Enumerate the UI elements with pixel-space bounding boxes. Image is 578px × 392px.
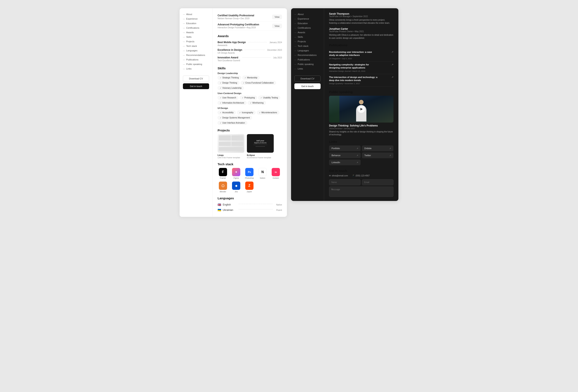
- right-sidebar-item-links[interactable]: Links: [294, 67, 321, 71]
- email-input[interactable]: [362, 179, 393, 185]
- right-sidebar-item-experience[interactable]: Experience: [294, 17, 321, 21]
- tech-icon-figma: ✦: [232, 168, 240, 176]
- download-cv-button[interactable]: Download CV: [183, 76, 209, 82]
- right-get-in-touch-button[interactable]: Get in touch: [294, 83, 321, 89]
- skill-tag: User Interface Animation: [218, 121, 247, 125]
- link-portfolio-label: Portfolio: [332, 147, 340, 150]
- cert-view-button-1[interactable]: View: [272, 15, 282, 19]
- right-sidebar-item-recommendations[interactable]: Recommendations: [294, 53, 321, 57]
- sidebar-item-links[interactable]: Links: [183, 67, 209, 71]
- pub-arrow-1[interactable]: ↗: [391, 50, 393, 53]
- play-triangle-icon: [360, 108, 363, 110]
- award-org-1: Awwwards: [218, 44, 246, 46]
- sidebar-item-awards[interactable]: Awards: [183, 31, 209, 34]
- skill-group-2-title: User-Centered Design: [218, 92, 282, 94]
- contact-phone: 📱 (555) 123-4567: [352, 174, 370, 177]
- right-sidebar-item-tech[interactable]: Tech stack: [294, 44, 321, 48]
- get-in-touch-button[interactable]: Get in touch: [183, 83, 209, 89]
- tech-item-jira: ◆ Jira: [231, 181, 241, 193]
- link-portfolio[interactable]: Portfolio ↗: [329, 145, 361, 151]
- lang-name-ukrainian: Ukrainian: [223, 209, 235, 212]
- link-dribble[interactable]: Dribble ↗: [362, 145, 393, 151]
- tech-name-photoshop: Photoshop: [245, 177, 254, 179]
- award-date-1: January 2024: [269, 41, 282, 44]
- speaking-section-title: Public speaking: [329, 90, 393, 94]
- sidebar-item-about[interactable]: About: [183, 12, 209, 16]
- name-input[interactable]: [329, 179, 361, 185]
- sidebar-item-recommendations[interactable]: Recommendations: [183, 53, 209, 57]
- contact-info: ✉ olivia@email.com 📱 (555) 123-4567: [329, 174, 393, 177]
- pub-item-1: Revolutionizing user interaction: a case…: [329, 49, 393, 61]
- tech-icon-invision: in: [272, 168, 280, 176]
- project-card-linqs[interactable]: Linqs Link in bio Framer template: [218, 134, 244, 159]
- sidebar-item-skills[interactable]: Skills: [183, 35, 209, 39]
- tech-icon-photoshop: Ps: [245, 168, 253, 176]
- skill-tag: Mentorship: [242, 76, 259, 80]
- tech-item-notion: N Notion: [257, 168, 268, 179]
- award-name-3: Innovation Award: [218, 56, 240, 59]
- pub-title-2: Navigating complexity: strategies for de…: [329, 63, 379, 70]
- link-linkedin[interactable]: LinkedIn ↗: [329, 160, 361, 165]
- skill-tag: Cross-Functional Collaboration: [241, 81, 276, 85]
- skill-tags-1: Strategic Thinking Mentorship Design Thi…: [218, 76, 282, 90]
- cert-title-2: Advanced Prototyping Certification: [218, 23, 259, 26]
- pub-arrow-2[interactable]: ↗: [391, 63, 393, 66]
- sidebar-item-experience[interactable]: Experience: [183, 17, 209, 21]
- link-linkedin-label: LinkedIn: [332, 161, 340, 164]
- skill-group-1-title: Design Leadership: [218, 72, 282, 75]
- sidebar-actions: Download CV Get in touch: [183, 76, 209, 89]
- right-download-cv-button[interactable]: Download CV: [294, 76, 321, 82]
- skills-section-title: Skills: [218, 66, 282, 70]
- lang-dotline: [239, 204, 273, 204]
- email-value: olivia@email.com: [332, 174, 348, 177]
- rec-text-2: Working with Olivia is a pleasure; her a…: [329, 33, 393, 40]
- sidebar-item-publications[interactable]: Publications: [183, 58, 209, 61]
- right-sidebar-item-publications[interactable]: Publications: [294, 58, 321, 61]
- link-dribble-label: Dribble: [364, 147, 372, 150]
- link-dribble-arrow: ↗: [389, 147, 391, 150]
- project-card-eclipse[interactable]: Sell your digital products Eclipse eComm…: [247, 134, 274, 159]
- right-sidebar-item-skills[interactable]: Skills: [294, 35, 321, 39]
- sidebar-item-languages[interactable]: Languages: [183, 49, 209, 52]
- skill-tag: Design Thinking: [218, 81, 240, 85]
- link-behance[interactable]: Behance ↗: [329, 152, 361, 158]
- award-item-1: Best Mobile App Design Awwwards January …: [218, 40, 282, 47]
- tech-icon-jira: ◆: [232, 181, 240, 190]
- project-name-linqs: Linqs: [218, 154, 244, 156]
- right-sidebar-item-speaking[interactable]: Public speaking: [294, 62, 321, 66]
- right-nav: About Experience Education Certification…: [294, 12, 321, 71]
- link-twitter[interactable]: Twitter ↗: [362, 152, 393, 158]
- projects-section-title: Projects: [218, 129, 282, 132]
- awards-list: Best Mobile App Design Awwwards January …: [218, 40, 282, 63]
- skill-tag: Strategic Thinking: [218, 76, 241, 80]
- sidebar-item-certifications[interactable]: Certifications: [183, 26, 209, 30]
- project-name-eclipse: Eclipse: [247, 154, 274, 156]
- right-sidebar-item-about[interactable]: About: [294, 12, 321, 16]
- cert-item-2: Advanced Prototyping Certification Inter…: [218, 21, 282, 31]
- sidebar-item-projects[interactable]: Projects: [183, 40, 209, 43]
- sidebar-item-education[interactable]: Education: [183, 21, 209, 25]
- links-section-title: Links: [329, 140, 393, 143]
- plant-overlay: [329, 96, 339, 123]
- pub-arrow-3[interactable]: ↗: [391, 76, 393, 79]
- right-sidebar-item-projects[interactable]: Projects: [294, 40, 321, 43]
- sidebar-item-speaking[interactable]: Public speaking: [183, 62, 209, 66]
- right-sidebar-item-awards[interactable]: Awards: [294, 31, 321, 34]
- message-input[interactable]: [329, 186, 393, 197]
- right-sidebar-item-certifications[interactable]: Certifications: [294, 26, 321, 30]
- pub-title-3: The intersection of design and technolog…: [329, 76, 379, 82]
- tech-item-blender: ⬡ Blender: [218, 181, 228, 193]
- contact-section-title: Get in touch: [329, 169, 393, 173]
- right-sidebar-item-languages[interactable]: Languages: [294, 49, 321, 52]
- right-main-content: Sarah Thompson TechPulse UX Manager • Se…: [324, 8, 398, 201]
- tech-icon-zapier: Z: [245, 181, 253, 190]
- sidebar-item-tech[interactable]: Tech stack: [183, 44, 209, 48]
- left-sidebar: About Experience Education Certification…: [180, 8, 213, 217]
- award-name-1: Best Mobile App Design: [218, 41, 246, 44]
- cert-view-button-2[interactable]: View: [272, 24, 282, 28]
- skill-tag: Usability Testing: [258, 96, 280, 100]
- speaking-video[interactable]: [329, 96, 393, 123]
- link-twitter-label: Twitter: [364, 154, 371, 157]
- right-sidebar-item-education[interactable]: Education: [294, 21, 321, 25]
- cert-sub-1: Nielsen Norman Group • Dec 2019: [218, 17, 254, 20]
